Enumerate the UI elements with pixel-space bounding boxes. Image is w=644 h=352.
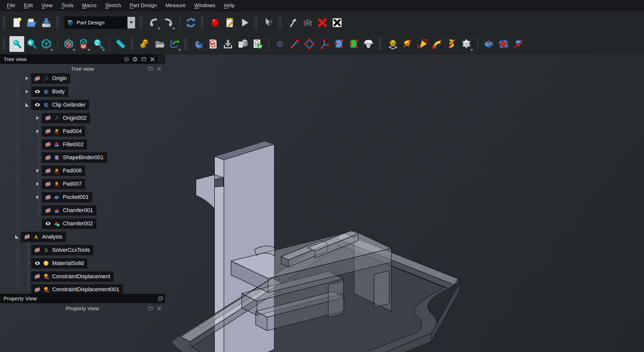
toolbar-drag-handle[interactable] — [3, 17, 6, 28]
float-window-icon[interactable] — [139, 56, 148, 62]
tree-item-shapebinder001[interactable]: ShapeBinder001 — [0, 152, 165, 163]
group-folder-button[interactable] — [152, 36, 167, 52]
menu-measure[interactable]: Measure — [161, 0, 190, 11]
shape-from-sketch-button[interactable] — [235, 36, 250, 52]
tree-item-fillet002[interactable]: Fillet002 — [0, 139, 165, 150]
pocket-button[interactable] — [481, 36, 496, 52]
menu-windows[interactable]: Windows — [190, 0, 220, 11]
datum-line-button[interactable] — [287, 36, 302, 52]
menu-tools[interactable]: Tools — [57, 0, 78, 11]
tree-item-analysis[interactable]: A Analysis — [0, 232, 165, 242]
create-sketch-button[interactable] — [206, 36, 221, 52]
additive-helix-button[interactable] — [444, 36, 459, 52]
float-window-icon[interactable] — [146, 305, 155, 312]
link-navigate-button[interactable] — [285, 15, 300, 31]
tree-item-chamfer002[interactable]: Chamfer002 — [0, 218, 165, 229]
save-document-button[interactable] — [39, 15, 54, 31]
undo-button[interactable] — [146, 15, 161, 31]
validate-sketch-button[interactable] — [250, 36, 265, 52]
create-body-button[interactable] — [191, 36, 206, 52]
tree-item-origin[interactable]: Origin — [0, 73, 165, 84]
additive-pipe-button[interactable] — [430, 36, 444, 52]
clone-button[interactable] — [361, 36, 376, 52]
menu-part-design[interactable]: Part Design — [125, 0, 161, 11]
toolbar-drag-handle[interactable] — [56, 17, 60, 28]
close-icon[interactable] — [155, 66, 163, 72]
macro-play-button[interactable] — [237, 15, 252, 31]
tree-item-solverccxtools[interactable]: S SolverCcxTools — [0, 245, 165, 255]
tree-item-constraintdisplacement001[interactable]: D ConstraintDisplacement001 — [0, 284, 165, 295]
toolbar-drag-handle[interactable] — [139, 17, 143, 28]
float-windows-icon[interactable] — [156, 296, 165, 302]
tree-item-pad004[interactable]: Pad004 — [0, 126, 165, 137]
collapse-arrow-icon[interactable] — [24, 102, 29, 108]
measure-distance-button[interactable] — [113, 36, 128, 52]
export-link-button[interactable] — [167, 36, 182, 52]
pad-button[interactable] — [385, 36, 400, 52]
settings-gear-icon[interactable] — [131, 56, 139, 62]
expand-arrow-icon[interactable] — [35, 116, 40, 121]
attach-sketch-button[interactable] — [221, 36, 235, 52]
close-icon[interactable] — [155, 305, 163, 312]
datum-point-button[interactable] — [273, 36, 287, 52]
redo-button[interactable] — [161, 15, 176, 31]
hole-button[interactable] — [496, 36, 511, 52]
collapse-arrow-icon[interactable] — [14, 234, 19, 240]
datum-plane-button[interactable] — [302, 36, 317, 52]
menu-help[interactable]: Help — [220, 0, 239, 11]
primitive-box-button[interactable] — [459, 36, 474, 52]
axonometric-view-button[interactable] — [39, 36, 54, 52]
draw-style-button[interactable] — [61, 36, 76, 52]
tree-item-pad006[interactable]: Pad006 — [0, 166, 165, 176]
expand-arrow-icon[interactable] — [35, 182, 40, 187]
shape-binder-button[interactable] — [332, 36, 346, 52]
tree-item-materialsolid[interactable]: MaterialSolid — [0, 258, 165, 269]
menu-view[interactable]: View — [37, 0, 57, 11]
resize-grip[interactable] — [158, 55, 164, 63]
local-coordinate-system-button[interactable] — [317, 36, 332, 52]
part-utility-button[interactable] — [137, 36, 152, 52]
groove-button[interactable] — [511, 36, 526, 52]
menu-edit[interactable]: Edit — [20, 0, 37, 11]
macro-edit-button[interactable] — [222, 15, 237, 31]
expand-arrow-icon[interactable] — [24, 76, 29, 82]
expand-arrow-icon[interactable] — [35, 168, 40, 174]
toolbar-drag-handle[interactable] — [184, 38, 188, 50]
tree-view-tab[interactable]: Tree view — [0, 64, 165, 74]
tree-item-clip-gel-nder[interactable]: Clip Geländer — [0, 100, 165, 110]
menu-file[interactable]: File — [3, 0, 20, 11]
revolution-button[interactable] — [400, 36, 415, 52]
fit-selection-button[interactable] — [24, 36, 39, 52]
sync-view-button[interactable] — [91, 36, 106, 52]
expand-arrow-icon[interactable] — [35, 129, 40, 135]
property-view-titlebar[interactable]: Property View — [0, 294, 165, 303]
tree-item-chamfer001[interactable]: Chamfer001 — [0, 205, 165, 216]
fit-all-button[interactable] — [9, 36, 24, 52]
expand-arrow-icon[interactable] — [24, 89, 29, 95]
tree-view-titlebar[interactable]: Tree view — [0, 54, 165, 64]
toolbar-drag-handle[interactable] — [378, 38, 382, 50]
close-icon[interactable] — [148, 56, 157, 62]
tree-item-origin002[interactable]: Origin002 — [0, 113, 165, 123]
refresh-button[interactable] — [183, 15, 198, 31]
expand-arrow-icon[interactable] — [35, 195, 40, 200]
close-document-button[interactable] — [315, 15, 330, 31]
toolbar-drag-handle[interactable] — [254, 17, 258, 28]
dropdown-arrow-icon[interactable] — [127, 17, 135, 28]
close-all-documents-button[interactable] — [330, 15, 345, 31]
toolbar-drag-handle[interactable] — [3, 38, 6, 50]
open-document-button[interactable] — [24, 15, 39, 31]
new-document-button[interactable] — [9, 15, 24, 31]
whats-this-button[interactable]: ? — [261, 15, 276, 31]
toolbar-drag-handle[interactable] — [131, 38, 134, 50]
tree-item-constraintdisplacement[interactable]: D ConstraintDisplacement — [0, 271, 165, 282]
sub-shape-binder-button[interactable] — [346, 36, 361, 52]
additive-loft-button[interactable] — [415, 36, 430, 52]
selection-view-button[interactable] — [76, 36, 91, 52]
tree-item-body[interactable]: Body — [0, 86, 165, 97]
toolbar-drag-handle[interactable] — [201, 17, 204, 28]
overlay-mode-icon[interactable] — [122, 56, 131, 62]
macro-record-button[interactable] — [208, 15, 222, 31]
tree-item-pocket001[interactable]: Pocket001 — [0, 192, 165, 202]
tree-item-pad007[interactable]: Pad007 — [0, 179, 165, 189]
